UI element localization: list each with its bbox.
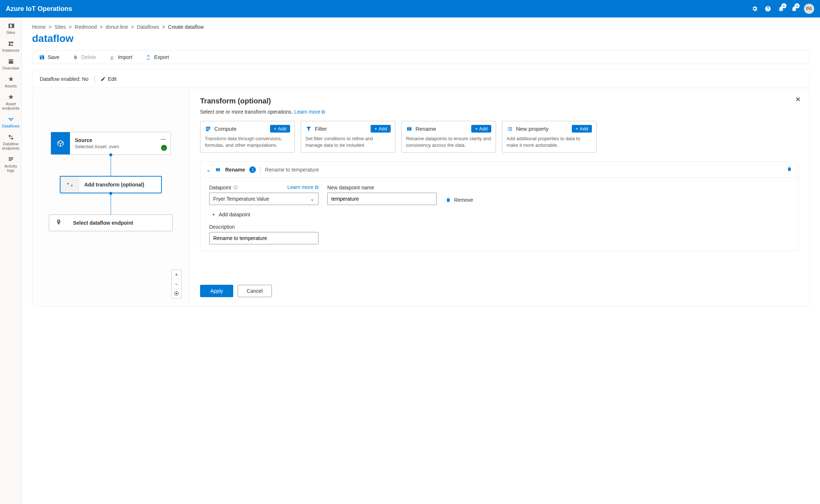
asset-endpoints-icon: [8, 94, 14, 101]
zoom-out-button[interactable]: −: [172, 279, 181, 289]
notifications-icon[interactable]: 1: [778, 5, 784, 12]
compute-icon: [205, 126, 211, 132]
close-panel-button[interactable]: ✕: [795, 95, 801, 103]
nav-sites[interactable]: Sites: [0, 20, 22, 38]
new-name-input[interactable]: [327, 193, 437, 205]
chevron-down-icon: ⌄: [310, 196, 315, 202]
endpoint-node-title: Select dataflow endpoint: [73, 220, 167, 226]
source-node[interactable]: Source Selected Asset: oven ···: [51, 132, 171, 155]
new-property-card: New property + Add Add additional proper…: [502, 121, 597, 153]
toolbar: Save Delete Import Export: [32, 50, 810, 64]
status-bar: Dataflow enabled: No Edit: [32, 70, 810, 88]
nav-assets[interactable]: Assets: [0, 73, 22, 91]
add-datapoint-button[interactable]: + Add datapoint: [212, 212, 789, 217]
nav-overview[interactable]: Overview: [0, 55, 22, 73]
transform-node[interactable]: Add transform (optional): [60, 176, 162, 193]
main-content: Home> Sites> Redmond> donut-line> Datafl…: [22, 17, 820, 504]
rename-count-badge: 1: [249, 166, 256, 173]
assets-icon: [8, 76, 14, 83]
endpoint-icon: [55, 219, 63, 227]
filter-add-button[interactable]: + Add: [371, 125, 391, 133]
remove-datapoint-button[interactable]: Remove: [445, 197, 473, 205]
save-icon: [39, 54, 45, 60]
overview-icon: [8, 58, 14, 65]
panel-title: Transform (optional): [200, 97, 798, 105]
chevron-down-icon[interactable]: ⌄: [206, 167, 211, 173]
app-header: Azure IoT Operations 1 1 PA: [0, 0, 820, 17]
zoom-in-button[interactable]: +: [172, 270, 181, 279]
transform-panel: ✕ Transform (optional) Select one or mor…: [189, 88, 809, 306]
rename-op-subtitle: Rename to temperature: [265, 167, 319, 173]
breadcrumb-donut-line[interactable]: donut-line: [106, 24, 128, 30]
datapoint-learn-more-link[interactable]: Learn more ⧉: [288, 184, 319, 190]
panel-description: Select one or more transform operations.…: [200, 109, 798, 115]
transform-icon: [66, 181, 74, 188]
settings-icon[interactable]: [751, 5, 758, 12]
breadcrumb-home[interactable]: Home: [32, 24, 46, 30]
notification-badge: 1: [781, 3, 786, 8]
nav-instances[interactable]: Instances: [0, 38, 22, 55]
rename-card: Rename + Add Rename datapoints to ensure…: [401, 121, 496, 153]
delete-rename-button[interactable]: [786, 166, 792, 173]
user-avatar[interactable]: PA: [804, 4, 814, 14]
app-title: Azure IoT Operations: [6, 5, 72, 13]
list-icon: [507, 126, 513, 132]
header-actions: 1 1 PA: [751, 4, 814, 14]
external-link-icon: ⧉: [321, 109, 325, 115]
edit-button[interactable]: Edit: [101, 76, 117, 82]
nav-dataflows[interactable]: Dataflows: [0, 113, 22, 131]
endpoint-node[interactable]: Select dataflow endpoint: [49, 214, 173, 231]
rename-icon: [406, 126, 413, 132]
nav-dataflow-endpoints[interactable]: Dataflow endpoints: [0, 131, 22, 153]
trash-icon: [786, 166, 792, 172]
datapoint-select[interactable]: Fryer Temperature.Value ⌄: [209, 193, 319, 205]
compute-card: Compute + Add Transform data through con…: [200, 121, 295, 153]
export-button[interactable]: Export: [145, 54, 169, 60]
rename-add-button[interactable]: + Add: [471, 125, 491, 133]
rename-operation: ⌄ Rename 1 Rename to temperature: [200, 161, 798, 251]
source-node-more[interactable]: ···: [161, 137, 166, 142]
cube-icon: [56, 139, 65, 147]
datapoint-label: Datapoint: [209, 185, 238, 190]
zoom-fit-button[interactable]: ⦿: [172, 289, 181, 298]
description-label: Description: [209, 224, 789, 230]
compute-add-button[interactable]: + Add: [270, 125, 290, 133]
side-nav: Sites Instances Overview Assets Asset en…: [0, 17, 22, 504]
alert-badge: 1: [794, 3, 800, 8]
panel-actions: Apply Cancel: [200, 277, 798, 297]
page-title: dataflow: [32, 33, 810, 44]
breadcrumb-sites[interactable]: Sites: [55, 24, 66, 30]
source-node-subtitle: Selected Asset: oven: [75, 144, 165, 149]
breadcrumb-redmond[interactable]: Redmond: [75, 24, 97, 30]
dataflow-enabled-label: Dataflow enabled: No: [40, 76, 89, 82]
apply-button[interactable]: Apply: [200, 285, 233, 297]
breadcrumb-dataflows[interactable]: Dataflows: [137, 24, 159, 30]
import-icon: [109, 54, 115, 60]
trash-icon: [73, 54, 78, 60]
zoom-controls: + − ⦿: [171, 269, 181, 299]
trash-icon: [445, 197, 451, 203]
nav-activity-logs[interactable]: Activity logs: [0, 153, 22, 176]
filter-card: Filter + Add Set filter conditions to re…: [301, 121, 395, 153]
edit-icon: [101, 76, 106, 82]
help-icon[interactable]: [765, 5, 771, 12]
check-icon: [161, 145, 167, 151]
breadcrumb-current: Create dataflow: [168, 24, 204, 30]
nav-asset-endpoints[interactable]: Asset endpoints: [0, 91, 22, 113]
save-button[interactable]: Save: [39, 54, 59, 60]
cancel-button[interactable]: Cancel: [238, 285, 272, 297]
alerts-icon[interactable]: 1: [791, 5, 797, 12]
rename-icon: [215, 167, 221, 173]
dataflow-canvas: Source Selected Asset: oven ··· Add tran…: [32, 88, 189, 306]
filter-icon: [305, 126, 312, 132]
learn-more-link[interactable]: Learn more⧉: [294, 109, 325, 115]
description-input[interactable]: [209, 232, 319, 244]
new-property-add-button[interactable]: + Add: [572, 125, 592, 133]
activity-logs-icon: [8, 156, 14, 163]
import-button[interactable]: Import: [109, 54, 132, 60]
instances-icon: [8, 40, 14, 47]
export-icon: [145, 54, 151, 60]
dataflow-endpoints-icon: [8, 134, 14, 141]
rename-op-title: Rename: [225, 167, 245, 173]
new-name-label: New datapoint name: [327, 185, 437, 190]
